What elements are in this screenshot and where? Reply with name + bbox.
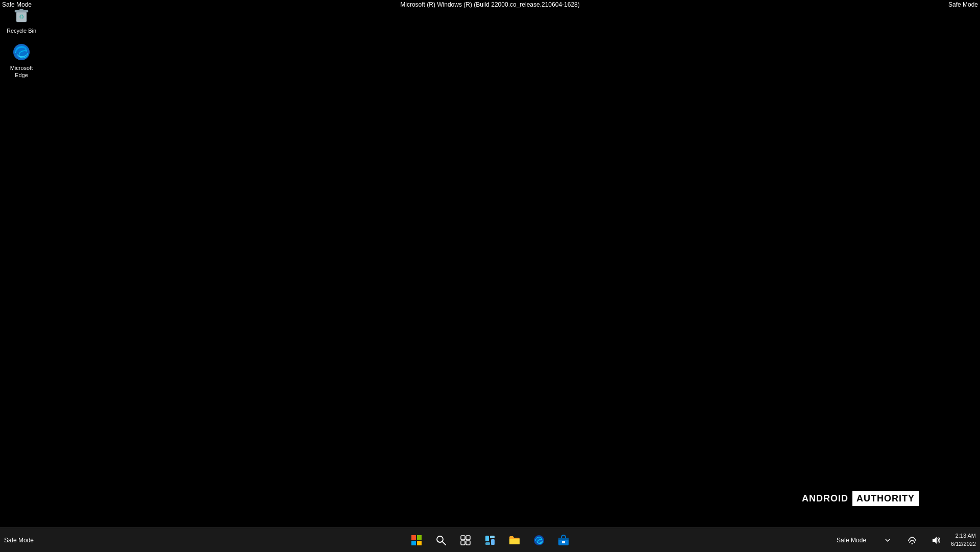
svg-line-10 (443, 542, 446, 545)
svg-rect-15 (485, 536, 489, 541)
svg-text:♻: ♻ (19, 13, 24, 20)
svg-rect-6 (417, 535, 422, 540)
svg-rect-16 (490, 536, 495, 538)
svg-rect-17 (485, 542, 490, 545)
safe-mode-bottomright-label: Safe Mode (837, 537, 866, 544)
clock-date: 6/12/2022 (951, 540, 976, 548)
svg-rect-14 (466, 541, 470, 545)
store-button[interactable] (553, 530, 574, 550)
svg-rect-22 (562, 541, 565, 543)
edge-image (11, 42, 32, 62)
safe-mode-topright-label: Safe Mode (948, 1, 978, 8)
network-button[interactable] (902, 530, 922, 550)
svg-rect-8 (417, 541, 422, 545)
taskbar-right: Safe Mode (837, 530, 976, 550)
widgets-button[interactable] (480, 530, 500, 550)
recycle-bin-image: ♻ (11, 5, 32, 25)
svg-rect-11 (461, 536, 465, 540)
svg-rect-21 (558, 538, 569, 540)
tray-chevron-button[interactable] (877, 530, 898, 550)
recycle-bin-label: Recycle Bin (7, 27, 36, 34)
taskbar-center (406, 530, 574, 550)
svg-rect-7 (411, 541, 416, 545)
start-button[interactable] (406, 530, 427, 550)
search-button[interactable] (431, 530, 451, 550)
svg-rect-2 (19, 9, 23, 11)
watermark-android-text: ANDROID (798, 491, 852, 506)
taskbar-left: Safe Mode (4, 537, 55, 544)
svg-point-9 (437, 536, 443, 542)
svg-rect-12 (466, 536, 470, 540)
safe-mode-bottomleft-label: Safe Mode (4, 537, 34, 544)
microsoft-edge-label: Microsoft Edge (5, 64, 38, 79)
file-explorer-button[interactable] (504, 530, 525, 550)
edge-taskbar-button[interactable] (529, 530, 549, 550)
svg-rect-18 (491, 539, 495, 545)
build-info-label: Microsoft (R) Windows (R) (Build 22000.c… (400, 1, 580, 8)
svg-rect-5 (411, 535, 416, 540)
task-view-button[interactable] (455, 530, 476, 550)
system-clock[interactable]: 2:13 AM 6/12/2022 (951, 532, 976, 548)
svg-marker-24 (933, 537, 937, 544)
volume-button[interactable] (926, 530, 947, 550)
recycle-bin-icon[interactable]: ♻ Recycle Bin (3, 3, 40, 36)
system-tray: 2:13 AM 6/12/2022 (877, 530, 976, 550)
svg-point-23 (912, 543, 913, 544)
clock-time: 2:13 AM (955, 532, 976, 540)
taskbar: Safe Mode (0, 527, 980, 552)
watermark: ANDROID AUTHORITY (798, 491, 919, 506)
watermark-authority-text: AUTHORITY (852, 491, 919, 506)
svg-rect-13 (461, 541, 465, 545)
microsoft-edge-icon[interactable]: Microsoft Edge (3, 40, 40, 81)
